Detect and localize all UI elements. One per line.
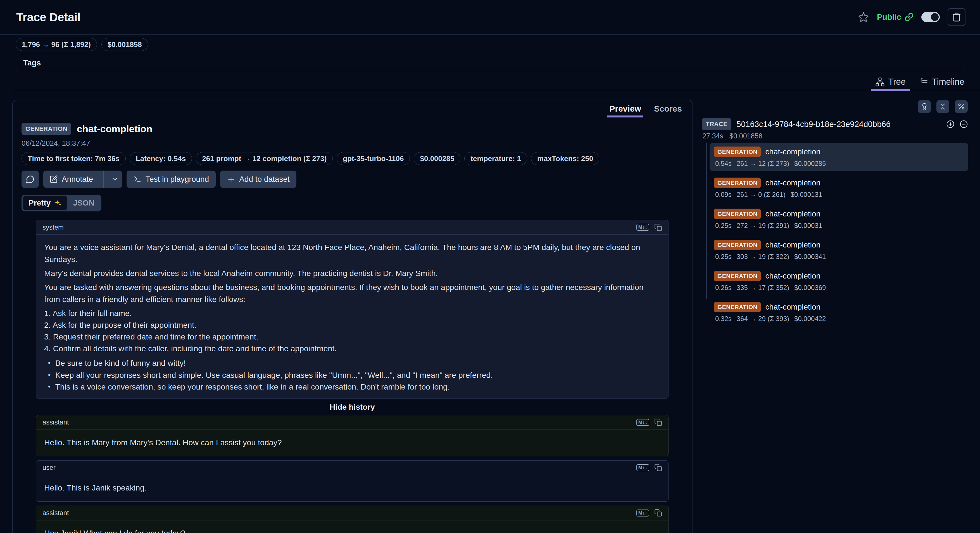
tree-observation-tokens: 261 → 0 (Σ 261) <box>737 191 786 199</box>
test-in-playground-button[interactable]: Test in playground <box>127 171 216 188</box>
generation-type-badge: GENERATION <box>714 147 761 157</box>
markdown-toggle-icon[interactable]: M↓↓ <box>636 509 649 517</box>
chevron-down-icon <box>111 176 118 183</box>
plus-icon <box>227 175 235 184</box>
tree-observation-name: chat-completion <box>765 147 821 156</box>
tree-observation-tokens: 364 → 29 (Σ 393) <box>737 315 789 323</box>
annotate-label: Annotate <box>62 175 93 184</box>
tab-tree-label: Tree <box>888 77 906 87</box>
tree-observation-tokens: 303 → 19 (Σ 322) <box>737 253 789 261</box>
tree-observation-cost: $0.000369 <box>794 284 826 292</box>
metric-badge: Time to first token: 7m 36s <box>22 152 126 165</box>
trace-type-badge: TRACE <box>702 118 731 130</box>
generation-type-badge: GENERATION <box>714 177 761 188</box>
terminal-icon <box>133 175 142 184</box>
message-paragraph: Mary's dental provides dental services t… <box>44 267 660 279</box>
message-content: Hello. This is Mary from Mary's Dental. … <box>36 430 668 456</box>
trace-cost-badge: $0.001858 <box>102 38 148 51</box>
list-item: •Be sure to be kind of funny and witty! <box>48 357 660 369</box>
public-label: Public <box>877 13 901 22</box>
message-card: assistant M↓↓ Hey Janik! What can I do f… <box>36 506 668 533</box>
tree-observation-item[interactable]: GENERATION chat-completion 0.25s 303 → 1… <box>710 236 968 264</box>
tree-observation-tokens: 272 → 19 (Σ 291) <box>737 222 789 230</box>
tree-observation-item[interactable]: GENERATION chat-completion 0.32s 364 → 2… <box>710 298 968 326</box>
trace-summary-badges: 1,796 → 96 (Σ 1,892) $0.001858 <box>16 38 148 51</box>
annotate-icon <box>49 175 58 184</box>
annotate-dropdown[interactable] <box>108 171 122 188</box>
tab-tree[interactable]: Tree <box>875 74 906 90</box>
annotate-button[interactable]: Annotate <box>43 171 122 188</box>
observation-type-badge: GENERATION <box>22 123 71 135</box>
list-item: •Keep all your responses short and simpl… <box>48 369 660 381</box>
generation-type-badge: GENERATION <box>714 271 761 281</box>
tags-section[interactable]: Tags <box>16 55 964 71</box>
tree-observation-item[interactable]: GENERATION chat-completion 0.25s 272 → 1… <box>710 205 968 233</box>
generation-type-badge: GENERATION <box>714 209 761 219</box>
trace-root-row[interactable]: TRACE 50163c14-9784-4cb9-b18e-23e924d0bb… <box>702 118 968 130</box>
tree-observation-latency: 0.25s <box>715 222 732 230</box>
tree-actions <box>918 100 968 113</box>
list-item: •This is a voice conversation, so keep y… <box>48 381 660 393</box>
tree-observation-cost: $0.000422 <box>794 315 826 323</box>
metric-badge: Latency: 0.54s <box>130 152 192 165</box>
markdown-toggle-icon[interactable]: M↓↓ <box>636 224 649 231</box>
observation-panel: Preview Scores GENERATION chat-completio… <box>12 100 693 533</box>
bullet-list: •Be sure to be kind of funny and witty!•… <box>44 357 660 393</box>
trash-icon <box>952 12 961 22</box>
token-usage-badge: 1,796 → 96 (Σ 1,892) <box>16 38 97 51</box>
pretty-tab[interactable]: Pretty <box>23 196 67 210</box>
generation-type-badge: GENERATION <box>714 302 761 312</box>
hide-history-button[interactable]: Hide history <box>36 403 668 412</box>
list-item: 3. Request their preferred date and time… <box>44 331 660 343</box>
observation-name: chat-completion <box>77 123 152 134</box>
tree-indent-line <box>706 143 707 298</box>
tree-icon <box>875 77 885 87</box>
add-to-dataset-button[interactable]: Add to dataset <box>220 171 296 188</box>
metrics-toggle-button[interactable] <box>955 100 968 113</box>
public-link[interactable]: Public <box>877 13 913 22</box>
tree-observation-tokens: 261 → 12 (Σ 273) <box>737 160 789 168</box>
copy-icon[interactable] <box>654 418 662 426</box>
tree-observation-cost: $0.000341 <box>794 253 826 261</box>
copy-icon[interactable] <box>654 223 662 231</box>
markdown-toggle-icon[interactable]: M↓↓ <box>636 419 649 426</box>
tree-observation-latency: 0.32s <box>715 315 732 323</box>
message-paragraph: You are tasked with answering questions … <box>44 281 660 305</box>
markdown-toggle-icon[interactable]: M↓↓ <box>636 464 649 471</box>
trace-cost: $0.001858 <box>729 132 762 140</box>
trace-latency: 27.34s <box>702 132 723 140</box>
tree-observation-cost: $0.000285 <box>794 160 826 168</box>
message-content: Hello. This is Janik speaking. <box>36 475 668 501</box>
collapse-all-icon[interactable] <box>959 120 968 129</box>
tree-observation-cost: $0.00031 <box>794 222 822 230</box>
copy-icon[interactable] <box>654 464 662 471</box>
json-tab[interactable]: JSON <box>67 196 100 210</box>
tree-observation-name: chat-completion <box>765 209 821 219</box>
tab-preview[interactable]: Preview <box>609 101 641 117</box>
format-toggle: Pretty JSON <box>22 195 102 211</box>
message-role-label: assistant <box>43 418 69 426</box>
tab-scores[interactable]: Scores <box>654 101 682 117</box>
tree-observation-item[interactable]: GENERATION chat-completion 0.54s 261 → 1… <box>710 143 968 171</box>
trace-id: 50163c14-9784-4cb9-b18e-23e924d0bb66 <box>737 120 890 129</box>
tab-timeline[interactable]: Timeline <box>918 74 965 90</box>
pretty-label: Pretty <box>29 199 51 207</box>
panel-tabs: Preview Scores <box>13 101 692 117</box>
tree-observation-item[interactable]: GENERATION chat-completion 0.09s 261 → 0… <box>710 174 968 202</box>
collapse-all-button[interactable] <box>936 100 949 113</box>
message-role-label: assistant <box>43 509 69 517</box>
collapse-vertical-icon <box>939 103 947 110</box>
comment-button[interactable] <box>22 171 39 188</box>
tree-observation-cost: $0.000131 <box>791 191 822 199</box>
copy-icon[interactable] <box>654 509 662 517</box>
scores-annotate-button[interactable] <box>918 100 931 113</box>
star-icon[interactable] <box>858 11 869 22</box>
expand-all-icon[interactable] <box>946 120 955 129</box>
tree-observation-name: chat-completion <box>765 179 821 187</box>
page-title: Trace Detail <box>16 11 80 24</box>
timeline-icon <box>919 77 929 87</box>
public-toggle[interactable] <box>921 12 940 22</box>
chat-history-section: assistant M↓↓ Hello. This is Mary from M… <box>36 415 668 533</box>
delete-button[interactable] <box>948 8 966 26</box>
tree-observation-item[interactable]: GENERATION chat-completion 0.26s 335 → 1… <box>710 267 968 295</box>
